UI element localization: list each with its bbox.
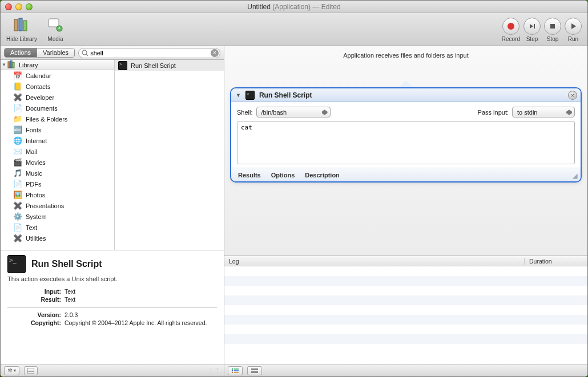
- right-bottom-bar: [224, 364, 587, 376]
- sidebar-item-label: Movies: [26, 159, 46, 166]
- step-icon: [523, 18, 541, 35]
- svg-rect-1: [19, 18, 22, 31]
- log-rows[interactable]: [224, 266, 587, 364]
- svg-point-17: [232, 368, 233, 369]
- actions-column[interactable]: Run Shell Script: [115, 60, 224, 250]
- gear-menu-button[interactable]: ✲▾: [4, 366, 19, 375]
- resize-handle-icon[interactable]: ⋮⋮: [208, 367, 220, 374]
- library-header[interactable]: ▼ Library: [1, 60, 114, 70]
- category-icon: 📒: [13, 82, 22, 91]
- workflow-action[interactable]: ▼ Run Shell Script × Shell: /bin/bash P: [230, 87, 582, 183]
- flow-view-button[interactable]: [247, 366, 262, 375]
- disclosure-triangle-icon[interactable]: ▼: [236, 92, 241, 98]
- svg-rect-24: [251, 371, 258, 373]
- window-title: Untitled (Application) — Edited: [1, 3, 587, 11]
- sidebar-item-files-folders[interactable]: 📁Files & Folders: [1, 113, 114, 124]
- sidebar-item-pdfs[interactable]: 📄PDFs: [1, 179, 114, 189]
- library-categories[interactable]: ▼ Library 📅Calendar📒Contacts✖️Developer📄…: [1, 60, 115, 250]
- library-mode-segmented[interactable]: Actions Variables: [4, 48, 75, 58]
- record-icon: [502, 18, 519, 35]
- sidebar-item-label: Text: [26, 224, 37, 231]
- sidebar-item-label: System: [26, 213, 47, 220]
- minimize-window-button[interactable]: [15, 3, 22, 10]
- category-icon: 📄: [13, 104, 22, 113]
- svg-rect-0: [14, 19, 18, 31]
- category-icon: ⚙️: [13, 212, 22, 221]
- sidebar-item-utilities[interactable]: ✖️Utilities: [1, 233, 114, 244]
- automator-window: Untitled (Application) — Edited Hide Lib…: [0, 0, 588, 377]
- svg-point-21: [232, 371, 233, 372]
- category-icon: ✉️: [13, 147, 22, 156]
- sidebar-item-mail[interactable]: ✉️Mail: [1, 146, 114, 157]
- media-icon: [45, 15, 66, 35]
- list-view-button[interactable]: [228, 366, 243, 375]
- svg-rect-14: [13, 62, 14, 68]
- category-icon: ✖️: [13, 93, 22, 102]
- sidebar-item-internet[interactable]: 🌐Internet: [1, 135, 114, 146]
- sidebar-item-movies[interactable]: 🎬Movies: [1, 157, 114, 168]
- workflow-connector: [224, 61, 587, 87]
- title-main: Untitled: [247, 3, 271, 11]
- sidebar-item-label: Contacts: [26, 83, 50, 90]
- search-field[interactable]: ×: [78, 48, 220, 58]
- stop-button[interactable]: Stop: [544, 18, 561, 42]
- sidebar-item-label: Developer: [26, 94, 54, 101]
- sidebar-item-label: Fonts: [26, 127, 42, 133]
- sidebar-item-label: Photos: [26, 192, 45, 198]
- toggle-detail-button[interactable]: [24, 366, 38, 375]
- close-window-button[interactable]: [5, 3, 12, 10]
- svg-marker-6: [530, 24, 533, 29]
- clear-search-button[interactable]: ×: [211, 49, 219, 57]
- sidebar-item-presentations[interactable]: ✖️Presentations: [1, 200, 114, 211]
- left-bottom-bar: ✲▾ ⋮⋮: [1, 364, 224, 376]
- category-icon: 🖼️: [13, 190, 22, 200]
- flow-icon: [251, 368, 259, 374]
- sidebar-item-label: PDFs: [26, 181, 42, 188]
- zoom-window-button[interactable]: [26, 3, 33, 10]
- list-item[interactable]: Run Shell Script: [115, 60, 224, 71]
- search-input[interactable]: [89, 50, 211, 56]
- sidebar-item-documents[interactable]: 📄Documents: [1, 103, 114, 113]
- shell-popup[interactable]: /bin/bash: [256, 107, 331, 117]
- sidebar-item-label: Internet: [26, 137, 47, 144]
- sidebar-item-calendar[interactable]: 📅Calendar: [1, 70, 114, 81]
- tab-results[interactable]: Results: [238, 172, 261, 179]
- svg-rect-7: [534, 24, 535, 29]
- step-button[interactable]: Step: [523, 18, 541, 42]
- svg-rect-12: [8, 62, 10, 68]
- remove-action-button[interactable]: ×: [568, 91, 577, 100]
- record-button[interactable]: Record: [502, 18, 520, 42]
- tab-actions[interactable]: Actions: [5, 48, 37, 57]
- run-button[interactable]: Run: [565, 18, 582, 42]
- tab-description[interactable]: Description: [305, 172, 340, 179]
- stop-icon: [544, 18, 561, 35]
- category-icon: ✖️: [13, 201, 22, 210]
- sidebar-item-music[interactable]: 🎵Music: [1, 168, 114, 179]
- pass-input-popup[interactable]: to stdin: [512, 107, 575, 117]
- resize-grip-icon[interactable]: ◢: [573, 172, 577, 180]
- hide-library-button[interactable]: Hide Library: [6, 15, 37, 42]
- category-icon: 🎵: [13, 169, 22, 178]
- category-icon: 🎬: [13, 158, 22, 167]
- duration-col-header[interactable]: Duration: [525, 258, 587, 265]
- sidebar-item-fonts[interactable]: 🔤Fonts: [1, 124, 114, 135]
- media-button[interactable]: Media: [45, 15, 66, 42]
- category-icon: 📅: [13, 71, 22, 80]
- tab-variables[interactable]: Variables: [37, 48, 74, 57]
- tab-options[interactable]: Options: [271, 172, 295, 179]
- svg-rect-8: [550, 24, 555, 29]
- svg-rect-23: [251, 368, 258, 370]
- sidebar-item-contacts[interactable]: 📒Contacts: [1, 81, 114, 92]
- svg-rect-13: [10, 60, 12, 68]
- sidebar-item-system[interactable]: ⚙️System: [1, 211, 114, 222]
- log-col-header[interactable]: Log: [224, 258, 525, 265]
- sidebar-item-text[interactable]: 📄Text: [1, 222, 114, 233]
- gear-icon: ✲: [7, 367, 13, 374]
- sidebar-item-label: Documents: [26, 105, 58, 112]
- disclosure-triangle-icon[interactable]: ▼: [2, 62, 6, 67]
- svg-marker-9: [571, 23, 576, 29]
- sidebar-item-photos[interactable]: 🖼️Photos: [1, 189, 114, 200]
- script-textarea[interactable]: [237, 121, 575, 164]
- sidebar-item-developer[interactable]: ✖️Developer: [1, 92, 114, 103]
- category-icon: 📄: [13, 180, 22, 189]
